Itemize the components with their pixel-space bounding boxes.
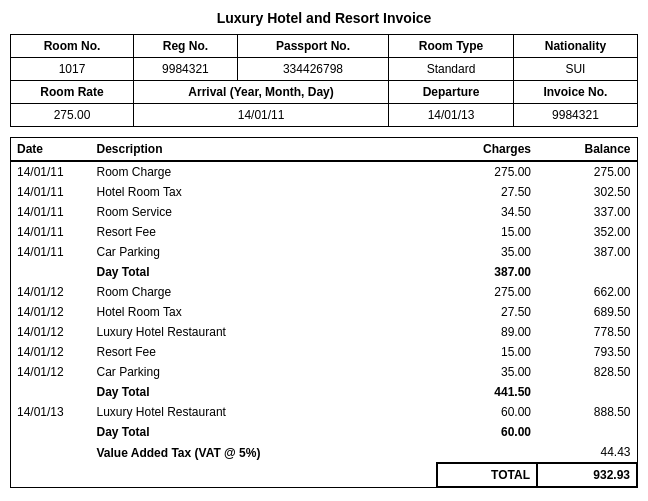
day-total-empty-date xyxy=(11,422,91,442)
row-description: Luxury Hotel Restaurant xyxy=(91,402,438,422)
row-charges: 60.00 xyxy=(437,402,537,422)
day-total-charges: 441.50 xyxy=(437,382,537,402)
row-balance: 793.50 xyxy=(537,342,637,362)
row-date: 14/01/11 xyxy=(11,242,91,262)
arrival-label: Arrival (Year, Month, Day) xyxy=(133,81,388,104)
passport-no-value: 334426798 xyxy=(237,58,388,81)
col-charges: Charges xyxy=(437,138,537,162)
row-charges: 27.50 xyxy=(437,182,537,202)
total-empty2 xyxy=(91,463,438,487)
row-date: 14/01/11 xyxy=(11,202,91,222)
row-charges: 275.00 xyxy=(437,161,537,182)
main-table: Date Description Charges Balance 14/01/1… xyxy=(10,137,638,488)
day-total-charges: 387.00 xyxy=(437,262,537,282)
row-date: 14/01/11 xyxy=(11,182,91,202)
departure-label: Departure xyxy=(389,81,514,104)
room-type-label: Room Type xyxy=(389,35,514,58)
vat-balance: 44.43 xyxy=(537,442,637,463)
row-charges: 15.00 xyxy=(437,222,537,242)
row-description: Resort Fee xyxy=(91,342,438,362)
row-balance: 302.50 xyxy=(537,182,637,202)
vat-empty-date xyxy=(11,442,91,463)
col-balance: Balance xyxy=(537,138,637,162)
row-balance: 275.00 xyxy=(537,161,637,182)
room-no-value: 1017 xyxy=(11,58,134,81)
row-description: Room Charge xyxy=(91,161,438,182)
arrival-value: 14/01/11 xyxy=(133,104,388,127)
day-total-balance-empty xyxy=(537,262,637,282)
row-balance: 337.00 xyxy=(537,202,637,222)
day-total-balance-empty xyxy=(537,382,637,402)
day-total-label: Day Total xyxy=(91,422,438,442)
row-charges: 35.00 xyxy=(437,362,537,382)
row-date: 14/01/12 xyxy=(11,302,91,322)
row-date: 14/01/12 xyxy=(11,342,91,362)
row-description: Hotel Room Tax xyxy=(91,182,438,202)
row-charges: 275.00 xyxy=(437,282,537,302)
reg-no-label: Reg No. xyxy=(133,35,237,58)
row-description: Car Parking xyxy=(91,242,438,262)
nationality-value: SUI xyxy=(513,58,637,81)
day-total-empty-date xyxy=(11,382,91,402)
col-date: Date xyxy=(11,138,91,162)
row-description: Resort Fee xyxy=(91,222,438,242)
reg-no-value: 9984321 xyxy=(133,58,237,81)
row-date: 14/01/11 xyxy=(11,161,91,182)
row-balance: 888.50 xyxy=(537,402,637,422)
vat-charges-empty xyxy=(437,442,537,463)
row-charges: 27.50 xyxy=(437,302,537,322)
total-balance: 932.93 xyxy=(537,463,637,487)
row-description: Luxury Hotel Restaurant xyxy=(91,322,438,342)
departure-value: 14/01/13 xyxy=(389,104,514,127)
row-balance: 778.50 xyxy=(537,322,637,342)
total-label: TOTAL xyxy=(437,463,537,487)
day-total-balance-empty xyxy=(537,422,637,442)
row-charges: 34.50 xyxy=(437,202,537,222)
col-description: Description xyxy=(91,138,438,162)
row-balance: 352.00 xyxy=(537,222,637,242)
passport-no-label: Passport No. xyxy=(237,35,388,58)
day-total-empty-date xyxy=(11,262,91,282)
vat-label: Value Added Tax (VAT @ 5%) xyxy=(91,442,438,463)
row-charges: 35.00 xyxy=(437,242,537,262)
row-balance: 387.00 xyxy=(537,242,637,262)
row-date: 14/01/11 xyxy=(11,222,91,242)
page-title: Luxury Hotel and Resort Invoice xyxy=(10,10,638,26)
room-rate-label: Room Rate xyxy=(11,81,134,104)
total-empty1 xyxy=(11,463,91,487)
nationality-label: Nationality xyxy=(513,35,637,58)
row-date: 14/01/12 xyxy=(11,322,91,342)
row-description: Room Service xyxy=(91,202,438,222)
room-no-label: Room No. xyxy=(11,35,134,58)
row-description: Room Charge xyxy=(91,282,438,302)
row-balance: 689.50 xyxy=(537,302,637,322)
day-total-charges: 60.00 xyxy=(437,422,537,442)
invoice-no-value: 9984321 xyxy=(513,104,637,127)
invoice-no-label: Invoice No. xyxy=(513,81,637,104)
room-type-value: Standard xyxy=(389,58,514,81)
day-total-label: Day Total xyxy=(91,262,438,282)
row-balance: 662.00 xyxy=(537,282,637,302)
row-charges: 15.00 xyxy=(437,342,537,362)
row-description: Car Parking xyxy=(91,362,438,382)
row-date: 14/01/12 xyxy=(11,362,91,382)
row-date: 14/01/12 xyxy=(11,282,91,302)
header-table: Room No. Reg No. Passport No. Room Type … xyxy=(10,34,638,127)
row-balance: 828.50 xyxy=(537,362,637,382)
row-date: 14/01/13 xyxy=(11,402,91,422)
day-total-label: Day Total xyxy=(91,382,438,402)
row-description: Hotel Room Tax xyxy=(91,302,438,322)
room-rate-value: 275.00 xyxy=(11,104,134,127)
row-charges: 89.00 xyxy=(437,322,537,342)
